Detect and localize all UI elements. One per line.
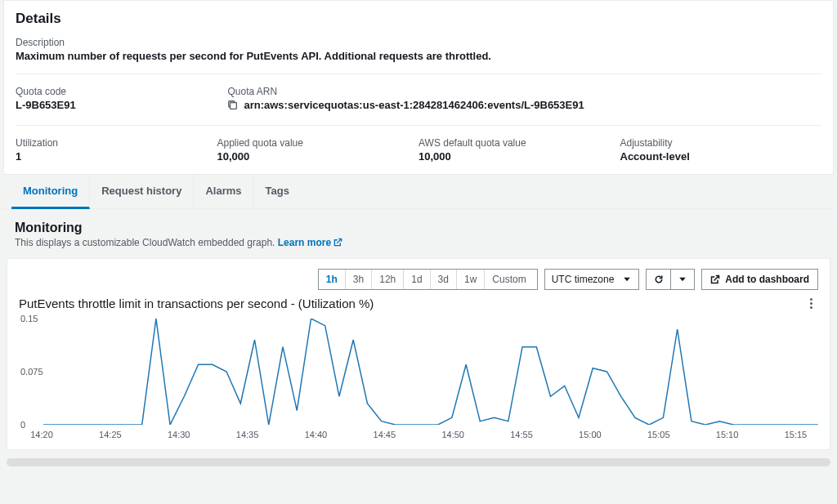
description-value: Maximum number of requests per second fo… [16,50,821,62]
quota-arn-label: Quota ARN [227,86,821,97]
horizontal-scrollbar[interactable] [7,458,830,466]
default-quota-value: 10,000 [418,150,620,163]
caret-down-icon [678,274,687,284]
applied-quota-label: Applied quota value [217,137,419,149]
utilization-label: Utilization [16,137,217,149]
y-tick-0: 0 [20,420,25,430]
external-link-icon [710,274,720,284]
quota-code-value: L-9B653E91 [16,99,227,111]
chart-menu-button[interactable] [805,298,817,309]
adjustability-label: Adjustability [620,137,822,149]
adjustability-value: Account-level [620,150,822,163]
monitoring-heading: Monitoring [3,221,834,235]
tab-monitoring[interactable]: Monitoring [11,175,90,209]
description-label: Description [16,37,821,48]
monitoring-description: This displays a customizable CloudWatch … [3,235,834,248]
range-custom[interactable]: Custom [485,270,536,289]
time-range-segment: 1h 3h 12h 1d 3d 1w Custom [318,269,538,290]
tab-request-history[interactable]: Request history [90,175,194,208]
refresh-button[interactable] [646,269,670,290]
tabs-bar: Monitoring Request history Alarms Tags [3,175,834,209]
svg-rect-0 [231,102,237,109]
range-1d[interactable]: 1d [404,270,430,289]
chart-title: PutEvents throttle limit in transactions… [19,297,374,310]
chart-panel: 1h 3h 12h 1d 3d 1w Custom UTC timezone [7,258,830,450]
x-axis-labels: 14:2014:25 14:3014:35 14:4014:45 14:5014… [42,430,818,439]
tab-tags[interactable]: Tags [253,175,300,208]
range-3d[interactable]: 3d [431,270,457,289]
default-quota-label: AWS default quota value [418,137,620,149]
y-tick-150: 0.15 [20,314,38,323]
timezone-dropdown[interactable]: UTC timezone [544,269,640,290]
range-1h[interactable]: 1h [319,270,346,289]
tab-alarms[interactable]: Alarms [194,175,253,208]
details-panel: Details Description Maximum number of re… [3,0,834,175]
y-tick-075: 0.075 [20,367,43,377]
applied-quota-value: 10,000 [217,150,419,163]
range-1w[interactable]: 1w [457,270,485,289]
monitoring-section: Monitoring This displays a customizable … [3,209,834,466]
quota-code-label: Quota code [16,86,227,97]
details-title: Details [16,11,821,27]
refresh-icon [654,274,664,284]
caret-down-icon [622,274,632,284]
add-to-dashboard-button[interactable]: Add to dashboard [701,269,818,290]
range-12h[interactable]: 12h [372,270,404,289]
range-3h[interactable]: 3h [346,270,372,289]
learn-more-link[interactable]: Learn more [278,237,343,248]
divider [16,74,821,74]
chart-toolbar: 1h 3h 12h 1d 3d 1w Custom UTC timezone [19,269,818,290]
copy-icon[interactable] [227,100,239,111]
refresh-menu-button[interactable] [670,269,695,290]
utilization-value: 1 [16,150,217,163]
chart-plot[interactable] [43,319,818,425]
divider [16,125,821,126]
external-link-icon [333,238,342,247]
quota-arn-value: arn:aws:servicequotas:us-east-1:28428146… [244,99,584,111]
